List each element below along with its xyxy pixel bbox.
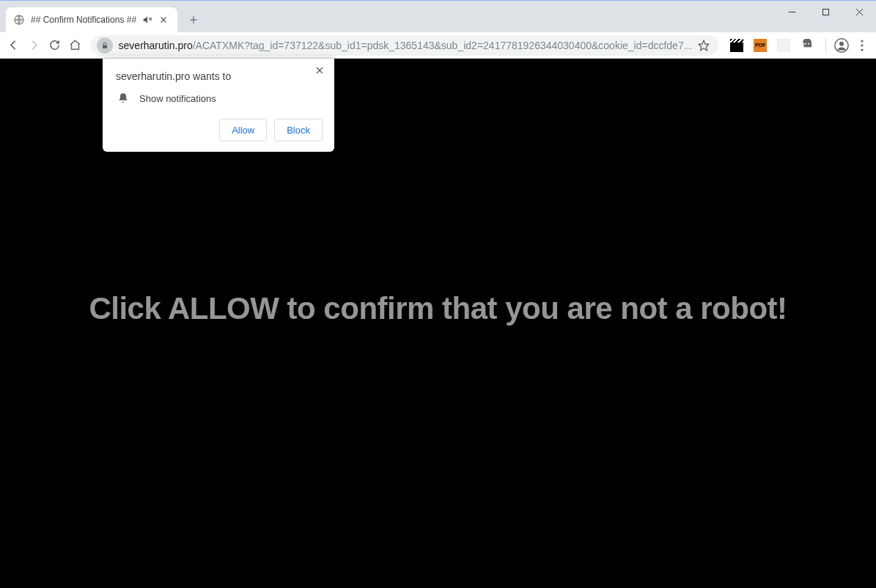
forward-button [26,35,43,56]
url-path: /ACATXMK?tag_id=737122&sub_id1=pdsk_1365… [193,40,693,51]
bell-icon [117,92,129,104]
globe-icon [13,14,25,26]
permission-title: severharutin.pro wants to [116,70,323,82]
extension-icons: PDF [726,39,818,52]
extension-video-downloader-icon[interactable] [730,39,743,52]
svg-point-13 [805,43,806,44]
permission-actions: Allow Block [116,119,323,142]
tab-title-text: ## Confirm Notifications ## [31,15,136,25]
page-content: Click ALLOW to confirm that you are not … [0,59,876,588]
extension-generic-icon[interactable] [777,39,790,52]
home-button[interactable] [67,35,84,56]
bookmark-star-icon[interactable] [698,40,710,51]
window-controls [775,1,876,23]
browser-tab[interactable]: ## Confirm Notifications ## [6,7,177,32]
toolbar-divider [825,38,826,53]
address-bar[interactable]: severharutin.pro/ACATXMK?tag_id=737122&s… [91,35,719,56]
maximize-button[interactable] [809,1,842,23]
permission-request-row: Show notifications [116,92,323,104]
lock-icon [100,41,109,50]
tab-strip: ## Confirm Notifications ## [0,0,876,32]
extension-pdf-icon[interactable]: PDF [754,39,767,52]
profile-button[interactable] [833,35,850,56]
close-window-button[interactable] [842,1,876,23]
minimize-button[interactable] [775,1,809,23]
page-hero-text: Click ALLOW to confirm that you are not … [89,291,787,326]
svg-point-14 [808,43,809,44]
url-text: severharutin.pro/ACATXMK?tag_id=737122&s… [119,40,693,51]
browser-toolbar: severharutin.pro/ACATXMK?tag_id=737122&s… [0,32,876,59]
muted-icon[interactable] [142,15,152,25]
reload-button[interactable] [47,35,63,56]
block-button[interactable]: Block [274,119,323,142]
back-button[interactable] [6,35,22,56]
svg-point-17 [861,40,863,42]
close-tab-icon[interactable] [158,15,169,25]
notification-permission-dialog: severharutin.pro wants to Show notificat… [103,59,334,152]
svg-marker-12 [699,40,709,50]
close-dialog-icon[interactable] [314,65,325,76]
url-host: severharutin.pro [119,40,193,51]
browser-menu-button[interactable] [854,35,870,56]
svg-point-18 [861,44,863,46]
svg-point-16 [839,41,844,45]
site-info-chip[interactable] [97,37,113,54]
permission-request-text: Show notifications [139,93,216,104]
svg-point-19 [861,48,863,51]
allow-button[interactable]: Allow [219,119,267,142]
svg-rect-8 [822,9,828,15]
svg-rect-11 [103,45,107,48]
extension-security-icon[interactable] [800,39,814,52]
new-tab-button[interactable] [183,10,204,30]
